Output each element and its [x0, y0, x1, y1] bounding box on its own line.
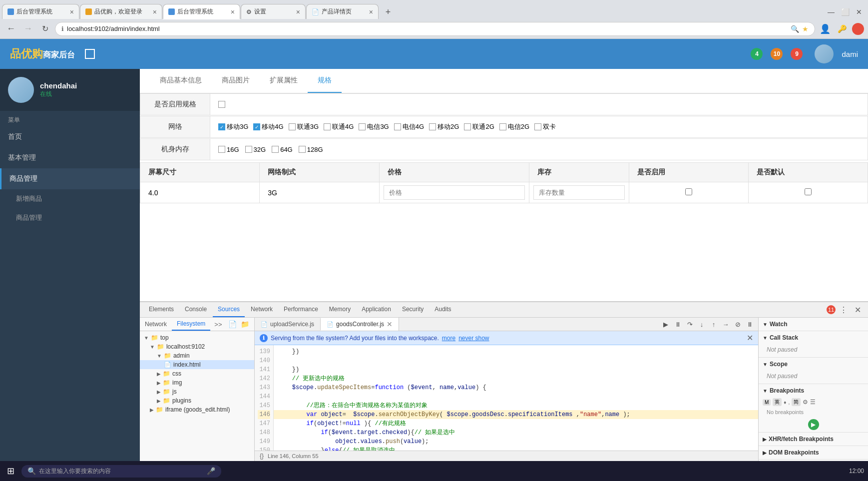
cb-unicom3g[interactable]: 联通3G [289, 122, 319, 131]
back-button[interactable]: ← [4, 22, 18, 36]
tab-1[interactable]: 后台管理系统 × [2, 4, 79, 19]
browser-close-button[interactable]: ✕ [852, 5, 866, 19]
tab-1-close[interactable]: × [70, 8, 74, 16]
cb-16g[interactable]: 16G [218, 146, 239, 153]
sources-toolbar-folder[interactable]: 📁 [239, 318, 251, 331]
tab-ext-attrs[interactable]: 扩展属性 [260, 69, 308, 93]
cb-telecom4g[interactable]: 电信4G [394, 122, 424, 131]
info-more-link[interactable]: more [442, 335, 455, 342]
enabled-checkbox[interactable] [218, 101, 225, 108]
devtools-tab-elements[interactable]: Elements [144, 302, 179, 317]
windows-start-button[interactable]: ⊞ [4, 466, 17, 477]
scope-header[interactable]: ▼ Scope [759, 358, 868, 371]
tree-item-css[interactable]: ▶ 📁 css [140, 369, 254, 378]
breakpoints-header[interactable]: ▼ Breakpoints [759, 384, 868, 397]
cb-mobile2g[interactable]: 移动2G [429, 122, 459, 131]
devtools-close-icon[interactable]: ✕ [852, 305, 864, 315]
tab-4-close[interactable]: × [296, 8, 300, 16]
sidebar-item-goods[interactable]: 商品管理 [0, 168, 140, 189]
step-out-button[interactable]: ↑ [708, 319, 719, 330]
cb-unicom2g[interactable]: 联通2G [464, 122, 494, 131]
dom-header[interactable]: ▶ DOM Breakpoints [759, 446, 868, 459]
pause-button[interactable]: ⏸ [672, 319, 683, 330]
devtools-tab-memory[interactable]: Memory [324, 302, 356, 317]
address-bar[interactable]: ℹ localhost:9102/admin/index.html 🔍 ★ [55, 22, 815, 36]
new-tab-button[interactable]: + [381, 5, 395, 19]
price-input[interactable] [384, 185, 525, 200]
sidebar-item-home[interactable]: 首页 [0, 126, 140, 147]
step-over-button[interactable]: ↷ [684, 319, 695, 330]
cb-mobile3g[interactable]: ✓ 移动3G [218, 122, 248, 131]
sources-toolbar-new[interactable]: 📄 [226, 318, 239, 331]
step-button[interactable]: → [720, 319, 731, 330]
cb-128g[interactable]: 128G [299, 146, 323, 153]
code-file-tab-upload[interactable]: 📄 uploadService.js [255, 318, 321, 330]
devtools-tab-security[interactable]: Security [397, 302, 429, 317]
sidebar-subitem-manage[interactable]: 商品管理 [0, 208, 140, 227]
cb-telecom3g[interactable]: 电信3G [359, 122, 389, 131]
devtools-tab-sources[interactable]: Sources [213, 302, 245, 317]
sources-tab-network[interactable]: Network [140, 318, 172, 330]
code-tab-goods-close[interactable]: ✕ [387, 320, 393, 328]
xhr-header[interactable]: ▶ XHR/fetch Breakpoints [759, 433, 868, 446]
cb-telecom2g[interactable]: 电信2G [499, 122, 529, 131]
tab-3-active[interactable]: 后台管理系统 × [163, 4, 240, 19]
sources-tab-filesystem[interactable]: Filesystem [172, 318, 210, 331]
tab-basic-info[interactable]: 商品基本信息 [150, 69, 212, 93]
devtools-tab-performance[interactable]: Performance [279, 302, 323, 317]
tab-4[interactable]: ⚙ 设置 × [241, 4, 306, 19]
tab-3-close[interactable]: × [231, 8, 235, 16]
settings-icon[interactable]: ⚙ [803, 399, 808, 406]
sidebar-subitem-add[interactable]: 新增商品 [0, 189, 140, 208]
sources-tab-more[interactable]: >> [210, 318, 226, 331]
tab-images[interactable]: 商品图片 [212, 69, 260, 93]
info-close-button[interactable]: ✕ [747, 333, 753, 343]
tree-item-top[interactable]: ▼ 📁 top [140, 333, 254, 342]
cb-32g[interactable]: 32G [245, 146, 266, 153]
cb-dual[interactable]: 双卡 [534, 122, 556, 131]
forward-button[interactable]: → [21, 22, 35, 36]
watch-header[interactable]: ▼ Watch [759, 318, 868, 331]
cb-unicom4g[interactable]: 联通4G [324, 122, 354, 131]
tab-2[interactable]: 品优购，欢迎登录 × [80, 4, 162, 19]
tab-5-close[interactable]: × [369, 8, 373, 16]
resume-button[interactable]: ▶ [808, 419, 819, 430]
code-file-tab-goods[interactable]: 📄 goodsController.js ✕ [321, 318, 399, 331]
devtools-tab-audits[interactable]: Audits [430, 302, 456, 317]
profile-icon[interactable]: 👤 [818, 22, 832, 36]
tree-item-img[interactable]: ▶ 📁 img [140, 378, 254, 387]
sidebar-item-basic[interactable]: 基本管理 [0, 147, 140, 168]
devtools-tab-application[interactable]: Application [357, 302, 396, 317]
row-enabled-checkbox[interactable] [685, 188, 692, 195]
tree-item-iframe[interactable]: ▶ 📁 iframe (goods_edit.html) [140, 405, 254, 414]
menu-icon[interactable]: ☰ [810, 399, 816, 406]
tree-item-localhost[interactable]: ▼ 📁 localhost:9102 [140, 342, 254, 351]
tree-item-index[interactable]: 📄 index.html [140, 360, 254, 369]
refresh-button[interactable]: ↻ [38, 22, 52, 36]
devtools-tab-console[interactable]: Console [180, 302, 212, 317]
tab-specs[interactable]: 规格 [308, 69, 342, 93]
disable-breakpoints-button[interactable]: ⏸ [744, 319, 755, 330]
taskbar-search[interactable]: 🔍 在这里输入你要搜索的内容 🎤 [21, 465, 221, 478]
deactivate-button[interactable]: ⊘ [732, 319, 743, 330]
stock-input[interactable] [533, 185, 625, 200]
step-into-button[interactable]: ↓ [696, 319, 707, 330]
play-button[interactable]: ▶ [660, 319, 671, 330]
tree-item-admin[interactable]: ▼ 📁 admin [140, 351, 254, 360]
browser-restore-button[interactable]: ⬜ [838, 5, 852, 19]
mic-icon[interactable]: 🎤 [207, 467, 215, 475]
devtools-more-icon[interactable]: ⋮ [837, 305, 851, 315]
row-default-checkbox[interactable] [805, 188, 812, 195]
cb-mobile4g[interactable]: ✓ 移动4G [253, 122, 283, 131]
code-editor[interactable]: 139 140 141 142 143 144 145 146 147 148 [255, 345, 758, 451]
call-stack-header[interactable]: ▼ Call Stack [759, 331, 868, 344]
tab-5[interactable]: 📄 产品详情页 × [306, 4, 379, 19]
cb-64g[interactable]: 64G [272, 146, 293, 153]
info-never-link[interactable]: never show [458, 335, 489, 342]
tab-2-close[interactable]: × [153, 8, 157, 16]
key-icon[interactable]: 🔑 [835, 22, 849, 36]
header-square[interactable] [85, 49, 95, 59]
devtools-tab-network[interactable]: Network [246, 302, 278, 317]
browser-min-button[interactable]: — [824, 5, 838, 19]
tree-item-js[interactable]: ▶ 📁 js [140, 387, 254, 396]
